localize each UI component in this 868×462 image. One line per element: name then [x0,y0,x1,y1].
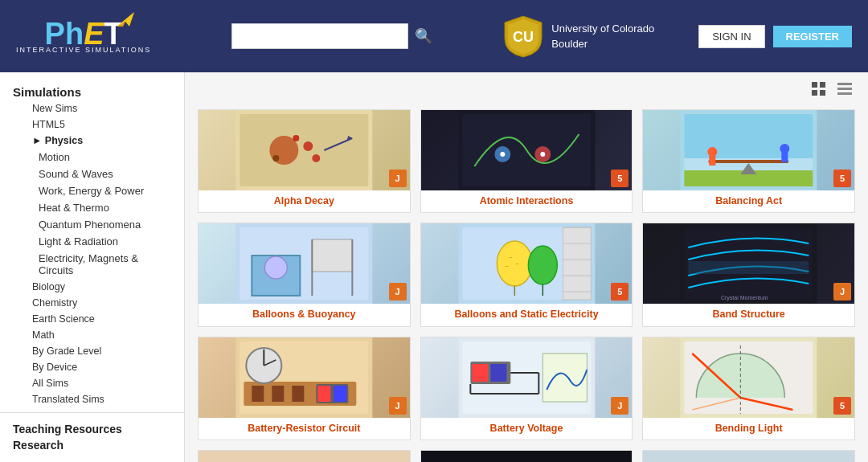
sim-card-bottom-3[interactable] [642,450,855,462]
svg-text:CU: CU [513,29,534,45]
sim-badge-atomic: 5 [611,170,628,187]
logo-area: PhET INTERACTIVE SIMULATIONS [16,18,151,54]
svg-rect-39 [312,239,352,272]
sim-grid: J Alpha Decay [198,109,855,462]
sidebar-item-all-sims[interactable]: All Sims [0,375,184,391]
sidebar-item-sound-waves[interactable]: Sound & Waves [0,166,184,182]
sim-badge-alpha-decay: J [389,170,407,187]
sidebar-item-heat-thermo[interactable]: Heat & Thermo [0,199,184,216]
svg-point-52 [528,246,557,284]
logo-ph-text: Ph [45,17,84,51]
list-view-button[interactable] [834,80,855,101]
cu-shield-icon: CU [503,14,543,59]
sim-badge-balloons-buoy: J [389,283,407,301]
sidebar-item-by-grade[interactable]: By Grade Level [0,343,184,359]
svg-marker-0 [117,12,134,27]
sidebar: Simulations New Sims HTML5 ► Physics Mot… [0,72,185,462]
search-area: 🔍 [231,23,439,49]
sim-card-band-structure[interactable]: Crystal Momentum J Band Structure [642,223,855,326]
list-icon [837,82,852,96]
sim-card-bending-light[interactable]: 5 Bending Light [642,337,855,440]
svg-point-14 [312,154,320,162]
sim-card-atomic-interactions[interactable]: 5 Atomic Interactions [420,109,633,213]
svg-rect-89 [681,451,817,462]
sidebar-item-translated[interactable]: Translated Sims [0,391,184,407]
sidebar-item-earth-science[interactable]: Earth Science [0,311,184,327]
svg-rect-75 [490,364,506,382]
sim-title-bending-light: Bending Light [643,418,854,440]
svg-rect-88 [458,451,595,462]
sim-title-battery-resistor: Battery-Resistor Circuit [199,418,410,440]
sim-thumb-band: Crystal Momentum J [643,223,854,304]
svg-rect-68 [317,386,330,402]
sim-title-battery-voltage: Battery Voltage [421,418,633,440]
register-button[interactable]: REGISTER [773,26,852,47]
sidebar-item-chemistry[interactable]: Chemistry [0,295,184,311]
sim-title-band-structure: Band Structure [643,304,854,325]
svg-rect-5 [812,90,817,96]
svg-rect-27 [685,114,813,158]
sim-thumb-atomic: 5 [421,110,633,190]
svg-rect-65 [272,386,284,402]
sidebar-item-quantum[interactable]: Quantum Phenomena [0,216,184,233]
sidebar-item-work-energy[interactable]: Work, Energy & Power [0,182,184,199]
logo-text: PhET [45,18,123,49]
sidebar-item-physics[interactable]: ► Physics [0,133,184,149]
logo-plane-icon [117,12,134,27]
sim-badge-band-structure: J [833,283,851,301]
sidebar-item-new-sims[interactable]: New Sims [0,100,184,117]
sidebar-item-electricity[interactable]: Electricity, Magnets & Circuits [0,250,184,279]
sim-thumb-bottom-3 [643,451,854,462]
svg-rect-59 [689,261,809,274]
cu-university-text: University of ColoradoBoulder [551,21,654,52]
sim-card-bottom-1[interactable]: J [198,450,411,462]
sidebar-item-motion[interactable]: Motion [0,149,184,166]
sim-card-bottom-2[interactable] [420,450,633,462]
sidebar-item-html5[interactable]: HTML5 [0,117,184,133]
sim-badge-balloons-static: 5 [611,283,628,301]
svg-point-13 [303,141,313,151]
svg-text:Crystal Momentum: Crystal Momentum [721,295,768,301]
content-header [198,80,855,101]
sidebar-item-by-device[interactable]: By Device [0,359,184,375]
svg-point-33 [780,144,790,153]
view-toggle [809,80,855,101]
sim-card-balloons-buoyancy[interactable]: J Balloons & Buoyancy [198,223,411,326]
svg-rect-69 [334,386,346,402]
sim-card-balancing-act[interactable]: 5 Balancing Act [642,109,855,213]
sim-title-atomic: Atomic Interactions [421,190,633,212]
sign-in-button[interactable]: SIGN IN [698,25,764,48]
svg-rect-34 [782,153,788,162]
svg-text:−: − [505,263,509,270]
sim-title-balancing: Balancing Act [643,190,854,212]
research-label[interactable]: Research [0,437,184,453]
search-button[interactable]: 🔍 [408,24,439,48]
teaching-resources-label[interactable]: Teaching Resources [0,418,184,437]
svg-rect-9 [837,92,852,95]
svg-rect-66 [292,386,304,402]
sim-card-alpha-decay[interactable]: J Alpha Decay [198,109,411,213]
grid-view-button[interactable] [809,80,829,101]
svg-rect-87 [235,451,372,462]
svg-point-15 [293,135,299,141]
svg-rect-32 [710,156,716,166]
sidebar-item-biology[interactable]: Biology [0,279,184,295]
sim-badge-balancing: 5 [833,170,851,187]
sim-thumb-balloons-buoy: J [199,223,410,304]
main-layout: Simulations New Sims HTML5 ► Physics Mot… [0,72,868,462]
sidebar-item-math[interactable]: Math [0,327,184,343]
svg-rect-3 [812,82,817,88]
header-actions: SIGN IN REGISTER [698,25,852,48]
search-input[interactable] [231,23,408,49]
sim-title-alpha-decay: Alpha Decay [199,190,410,212]
sim-card-battery-voltage[interactable]: J Battery Voltage [420,337,633,440]
sim-thumb-balloons-static: − − − 5 [421,223,633,304]
svg-point-38 [264,256,287,279]
sim-card-balloons-static[interactable]: − − − 5 Balloons and Static Electricity [420,223,633,326]
svg-text:−: − [515,260,519,268]
cu-logo: CU University of ColoradoBoulder [503,14,654,59]
sidebar-item-light-radiation[interactable]: Light & Radiation [0,233,184,250]
svg-rect-8 [837,88,852,90]
sim-badge-battery-resistor: J [389,397,407,415]
sim-card-battery-resistor[interactable]: J Battery-Resistor Circuit [198,337,411,440]
